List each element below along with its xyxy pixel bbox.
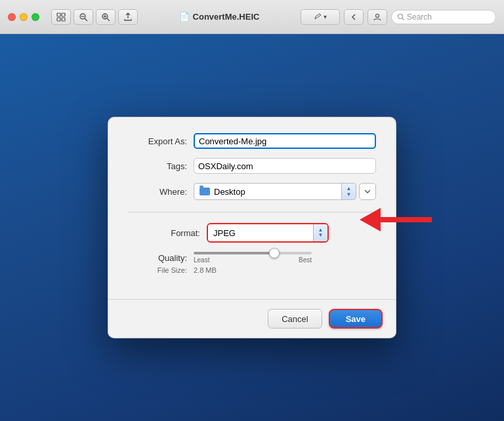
zoom-in-button[interactable]: [96, 9, 116, 25]
tags-input[interactable]: [194, 158, 376, 174]
navigate-back-button[interactable]: [344, 9, 364, 25]
quality-slider[interactable]: [194, 252, 312, 254]
section-divider: [128, 212, 376, 212]
where-stepper[interactable]: ▲ ▼: [342, 183, 356, 200]
format-label: Format:: [141, 228, 200, 238]
quality-max-label: Best: [299, 256, 312, 264]
grid-view-button[interactable]: [51, 9, 71, 25]
export-as-label: Export As:: [128, 136, 187, 146]
format-down-arrow-icon: ▼: [318, 233, 324, 238]
svg-line-8: [107, 18, 110, 21]
format-select-wrapper: JPEG ▲ ▼: [207, 223, 329, 243]
up-arrow-icon: ▲: [346, 186, 352, 191]
where-expand-button[interactable]: [359, 183, 376, 200]
svg-point-12: [398, 14, 403, 19]
search-placeholder: Search: [407, 12, 432, 22]
svg-line-5: [85, 18, 87, 21]
maximize-button[interactable]: [32, 13, 39, 21]
svg-rect-0: [57, 13, 60, 16]
main-content: Export As: Tags: Where: Desktop ▲ ▼: [0, 34, 504, 421]
close-button[interactable]: [8, 13, 16, 21]
minimize-button[interactable]: [20, 13, 28, 21]
where-row: Where: Desktop ▲ ▼: [128, 183, 376, 200]
arrow-head: [360, 208, 381, 231]
export-as-row: Export As:: [128, 133, 376, 149]
traffic-lights: [8, 13, 39, 21]
filesize-value: 2.8 MB: [194, 266, 217, 274]
toolbar-right: ▾ Search: [301, 9, 496, 25]
tags-row: Tags:: [128, 158, 376, 174]
svg-rect-3: [62, 18, 65, 21]
quality-label: Quality:: [141, 253, 187, 263]
window-title: 📄 ConvertMe.HEIC: [143, 12, 295, 22]
format-stepper[interactable]: ▲ ▼: [313, 224, 327, 241]
format-row: Format: JPEG ▲ ▼: [128, 223, 376, 243]
export-as-input[interactable]: [194, 133, 376, 149]
doc-icon: 📄: [179, 12, 190, 22]
cancel-button[interactable]: Cancel: [268, 309, 322, 329]
title-text: ConvertMe.HEIC: [193, 12, 260, 22]
svg-point-11: [376, 14, 379, 17]
where-select-display[interactable]: Desktop: [194, 183, 342, 200]
format-value: JPEG: [213, 228, 236, 238]
filesize-label: File Size:: [141, 266, 187, 274]
svg-rect-2: [57, 18, 60, 21]
arrow-line: [379, 217, 432, 222]
quality-min-label: Least: [194, 256, 209, 264]
contact-button[interactable]: [368, 9, 387, 25]
save-button[interactable]: Save: [329, 309, 383, 329]
quality-slider-container: Least Best: [194, 252, 363, 264]
down-arrow-icon: ▼: [346, 192, 352, 197]
where-label: Where:: [128, 187, 187, 197]
edit-button[interactable]: ▾: [301, 9, 340, 25]
titlebar: 📄 ConvertMe.HEIC ▾ Search: [0, 0, 504, 34]
annotation-arrow: [360, 208, 432, 231]
share-button[interactable]: [118, 9, 138, 25]
slider-labels: Least Best: [194, 256, 312, 264]
toolbar-left: [51, 9, 138, 25]
folder-icon: [200, 188, 210, 195]
quality-row: Quality: Least Best: [128, 252, 376, 264]
tags-label: Tags:: [128, 161, 187, 171]
svg-line-13: [402, 18, 404, 20]
search-bar[interactable]: Search: [391, 10, 496, 24]
filesize-row: File Size: 2.8 MB: [128, 266, 376, 274]
where-value: Desktop: [214, 187, 245, 197]
dialog-body: Export As: Tags: Where: Desktop ▲ ▼: [108, 117, 396, 291]
format-select[interactable]: JPEG: [208, 224, 313, 241]
export-dialog: Export As: Tags: Where: Desktop ▲ ▼: [108, 117, 396, 338]
dialog-buttons: Cancel Save: [108, 300, 396, 338]
zoom-out-button[interactable]: [74, 9, 93, 25]
